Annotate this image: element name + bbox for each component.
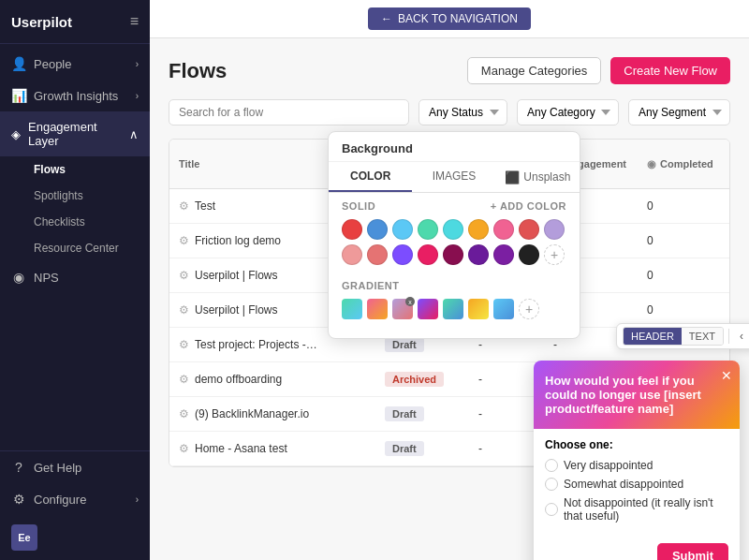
header-text-tabs: HEADER TEXT xyxy=(623,327,724,346)
gradient-swatch[interactable] xyxy=(418,299,438,319)
cell-triggered: - xyxy=(469,432,544,465)
survey-close-button[interactable]: ✕ xyxy=(721,368,732,383)
gear-icon[interactable]: ⚙ xyxy=(179,303,189,317)
radio-button-2[interactable] xyxy=(545,478,558,491)
gear-icon[interactable]: ⚙ xyxy=(179,373,189,386)
survey-option-1[interactable]: Very disappointed xyxy=(545,459,728,472)
chevron-down-icon: ∧ xyxy=(129,127,139,141)
radio-button-1[interactable] xyxy=(545,459,558,472)
color-swatch[interactable] xyxy=(342,219,362,240)
popup-tabs: COLOR IMAGES ⬛ Unsplash xyxy=(329,162,580,193)
color-swatch[interactable] xyxy=(468,244,489,265)
color-swatch[interactable] xyxy=(443,244,463,265)
sidebar-item-get-help[interactable]: ? Get Help xyxy=(0,451,150,483)
sidebar-item-engagement[interactable]: ◈ Engagement Layer ∧ xyxy=(0,111,150,156)
col-completed: ◉Completed xyxy=(638,140,722,188)
color-swatch[interactable] xyxy=(367,219,388,240)
survey-header: How would you feel if you could no longe… xyxy=(534,361,740,429)
color-swatch[interactable] xyxy=(367,244,388,265)
color-swatch[interactable] xyxy=(418,219,438,240)
gear-icon[interactable]: ⚙ xyxy=(179,442,189,455)
category-filter[interactable]: Any Category xyxy=(517,99,619,125)
color-swatch[interactable] xyxy=(544,219,565,240)
cell-title: ⚙ Home - Asana test xyxy=(169,432,375,465)
sidebar-sub-checklists[interactable]: Checklists xyxy=(0,209,150,235)
gear-icon[interactable]: ⚙ xyxy=(179,234,189,247)
survey-submit-area: Submit xyxy=(534,538,740,560)
survey-option-label-1: Very disappointed xyxy=(564,459,653,472)
sidebar-label-growth: Growth Insights xyxy=(34,89,118,103)
main-content: ← BACK TO NAVIGATION Flows Manage Catego… xyxy=(150,0,749,560)
sidebar-label-engagement: Engagement Layer xyxy=(28,120,122,148)
color-swatch[interactable] xyxy=(392,219,413,240)
avatar-row: Ee xyxy=(0,515,150,560)
color-swatch[interactable] xyxy=(493,219,514,240)
tab-images[interactable]: IMAGES xyxy=(412,162,495,192)
flow-title: Userpilot | Flows xyxy=(195,269,277,282)
add-color-button[interactable]: + ADD COLOR xyxy=(491,200,566,212)
color-picker-popup: Background COLOR IMAGES ⬛ Unsplash SOLID… xyxy=(328,131,580,339)
avatar[interactable]: Ee xyxy=(11,524,37,551)
survey-option-2[interactable]: Somewhat disappointed xyxy=(545,478,728,491)
survey-popup: How would you feel if you could no longe… xyxy=(534,361,740,560)
segment-filter[interactable]: Any Segment xyxy=(628,99,730,125)
color-swatch[interactable] xyxy=(342,244,362,265)
add-color-swatch[interactable]: + xyxy=(544,244,565,265)
survey-option-3[interactable]: Not disappointed (it really isn't that u… xyxy=(545,496,728,523)
sidebar-label-configure: Configure xyxy=(34,493,86,507)
tab-color[interactable]: COLOR xyxy=(329,162,412,192)
move-left-button[interactable]: ‹ xyxy=(734,327,749,346)
cell-goal xyxy=(722,258,730,292)
chevron-icon: › xyxy=(136,59,139,69)
survey-submit-button[interactable]: Submit xyxy=(657,543,728,560)
gradient-swatch[interactable] xyxy=(468,299,489,319)
gradient-swatch[interactable]: x xyxy=(392,299,413,319)
survey-option-label-2: Somewhat disappointed xyxy=(564,478,683,491)
growth-icon: 📊 xyxy=(11,88,26,103)
cell-title: ⚙ demo offboarding xyxy=(169,362,375,396)
color-swatch[interactable] xyxy=(519,219,539,240)
sidebar-item-configure[interactable]: ⚙ Configure › xyxy=(0,483,150,515)
sidebar-sub-spotlights[interactable]: Spotlights xyxy=(0,183,150,209)
gear-icon[interactable]: ⚙ xyxy=(179,338,189,351)
back-to-navigation-button[interactable]: ← BACK TO NAVIGATION xyxy=(368,7,531,30)
gear-icon[interactable]: ⚙ xyxy=(179,407,189,420)
cell-goal xyxy=(722,189,730,223)
color-swatch[interactable] xyxy=(392,244,413,265)
flow-title: Friction log demo xyxy=(195,234,281,247)
flow-title: Userpilot | Flows xyxy=(195,303,277,317)
tab-unsplash[interactable]: ⬛ Unsplash xyxy=(496,162,580,192)
status-badge: Draft xyxy=(385,441,424,456)
color-swatch[interactable] xyxy=(468,219,489,240)
status-filter[interactable]: Any Status xyxy=(419,99,507,125)
sidebar-sub-resource-center[interactable]: Resource Center xyxy=(0,235,150,261)
header-tab[interactable]: HEADER xyxy=(624,328,682,345)
divider xyxy=(728,329,729,344)
sidebar-item-growth[interactable]: 📊 Growth Insights › xyxy=(0,80,150,111)
text-tab[interactable]: TEXT xyxy=(682,328,723,345)
create-new-flow-button[interactable]: Create New Flow xyxy=(610,57,730,84)
gear-icon[interactable]: ⚙ xyxy=(179,269,189,282)
color-swatch[interactable] xyxy=(493,244,514,265)
color-swatch[interactable] xyxy=(443,219,463,240)
color-swatch[interactable] xyxy=(519,244,539,265)
gear-icon[interactable]: ⚙ xyxy=(179,199,189,213)
collapse-button[interactable]: ≡ xyxy=(130,13,139,30)
manage-categories-button[interactable]: Manage Categories xyxy=(467,57,601,84)
gradient-swatch[interactable] xyxy=(342,299,362,319)
sidebar-item-nps[interactable]: ◉ NPS xyxy=(0,261,150,293)
sidebar-sub-flows[interactable]: Flows xyxy=(0,156,150,183)
gradient-swatch[interactable] xyxy=(493,299,514,319)
search-input[interactable] xyxy=(169,99,409,125)
flow-title: Test xyxy=(195,199,215,213)
people-icon: 👤 xyxy=(11,56,26,71)
sidebar-item-people[interactable]: 👤 People › xyxy=(0,48,150,80)
gradient-swatch[interactable] xyxy=(367,299,388,319)
add-gradient-swatch[interactable]: + xyxy=(519,299,539,319)
radio-button-3[interactable] xyxy=(545,503,558,516)
gradient-swatch[interactable] xyxy=(443,299,463,319)
color-swatch[interactable] xyxy=(418,244,438,265)
cell-title: ⚙ (9) BacklinkManager.io xyxy=(169,397,375,431)
cell-triggered: - xyxy=(469,397,544,431)
sidebar-label-nps: NPS xyxy=(34,271,59,285)
